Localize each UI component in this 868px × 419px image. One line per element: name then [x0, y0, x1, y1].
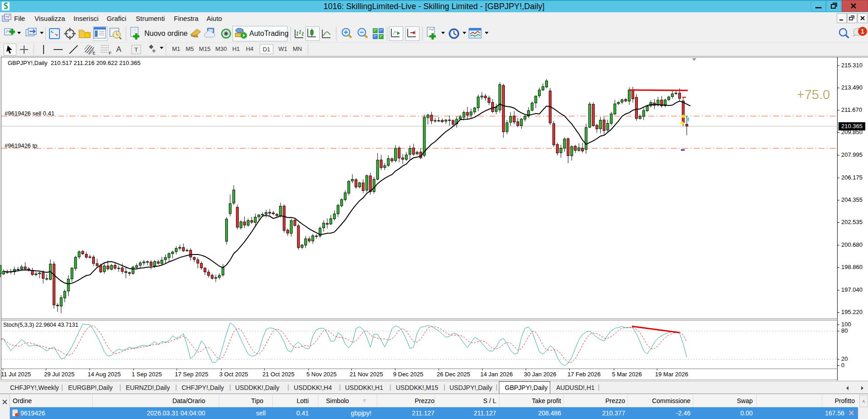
svg-text:1: 1	[861, 28, 864, 35]
